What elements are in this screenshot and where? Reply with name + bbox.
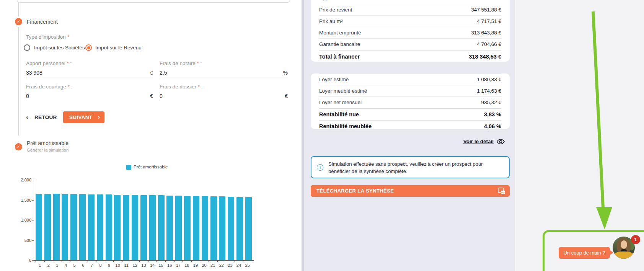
step-pret-label: Prêt amortissable [27, 140, 68, 146]
required-asterisk: * [67, 34, 69, 40]
bar [62, 194, 68, 260]
apport-personnel-field[interactable]: Apport personnel * : 33 908 € [26, 60, 153, 77]
table-row: Apport 33 908 € [319, 0, 501, 4]
y-tick-mark [32, 260, 34, 261]
bar [132, 195, 138, 260]
x-tick-mark [209, 261, 209, 262]
table-row: Prix de revient 347 551,88 € [319, 4, 501, 15]
x-tick-label: 7 [88, 263, 96, 268]
bar [114, 195, 121, 261]
frais-courtage-field[interactable]: Frais de courtage * : 0 € [26, 84, 153, 101]
frais-notaire-value[interactable]: 2,5 [160, 70, 167, 76]
avatar-face [621, 240, 627, 249]
table-row: Loyer meublé estimé 1 174,63 € [319, 85, 501, 96]
type-imposition-text: Type d'imposition [26, 34, 67, 40]
frais-notaire-field[interactable]: Frais de notaire * : 2,5 % [160, 60, 288, 77]
y-tick-mark [32, 220, 34, 220]
row-value: 4 704,66 € [477, 41, 501, 47]
download-synthesis-button[interactable]: TÉLÉCHARGER LA SYNTHÈSE PDF [311, 185, 510, 197]
x-tick-mark [252, 261, 252, 262]
x-tick-label: 5 [70, 263, 79, 268]
financement-check-icon: ✓ [15, 18, 22, 25]
voir-le-detail-link[interactable]: Voir le détail [463, 139, 505, 144]
bar [44, 194, 51, 260]
row-label: Rentabilité meublée [319, 123, 372, 129]
x-tick-label: 9 [105, 263, 114, 268]
legend-swatch [126, 165, 131, 170]
y-tick-label: 1,000 [15, 218, 31, 222]
bar [70, 194, 77, 260]
frais-dossier-field[interactable]: Frais de dossier * : 0 € [160, 84, 288, 101]
bar [210, 196, 217, 260]
row-value: 318 348,53 € [469, 54, 501, 60]
x-tick-label: 20 [200, 263, 209, 268]
x-tick-mark [243, 261, 243, 262]
row-value: 4,06 % [484, 123, 501, 129]
radio-impot-societes[interactable] [24, 44, 30, 51]
bar [202, 196, 208, 260]
bar [219, 196, 225, 260]
frais-courtage-value[interactable]: 0 [26, 93, 29, 99]
x-tick-label: 6 [79, 263, 88, 268]
x-tick-mark [113, 261, 114, 262]
field-underline [160, 77, 288, 77]
voir-le-detail-label: Voir le détail [463, 139, 494, 144]
bar [149, 195, 156, 260]
field-underline [160, 99, 288, 99]
x-tick-mark [217, 261, 218, 262]
row-value: 935,32 € [481, 100, 501, 105]
x-tick-mark [96, 261, 96, 262]
radio-impot-revenu-label: Impôt sur le Revenu [95, 45, 142, 51]
suivant-button[interactable]: SUIVANT › [63, 111, 104, 123]
x-tick-mark [148, 261, 148, 262]
info-icon: i [317, 164, 323, 171]
x-tick-label: 21 [209, 263, 217, 268]
frais-notaire-label: Frais de notaire * : [160, 60, 202, 66]
bar [97, 194, 103, 260]
x-tick-label: 17 [174, 263, 183, 268]
row-label: Loyer net mensuel [319, 100, 362, 105]
frais-notaire-suffix: % [283, 70, 288, 76]
info-message-text: Simulation effectuée sans prospect, veui… [328, 160, 502, 175]
y-axis-line [34, 180, 34, 260]
table-row: Rentabilité nue 3,83 % [319, 108, 501, 120]
x-tick-mark [191, 261, 192, 262]
bar [79, 194, 86, 260]
apport-personnel-value[interactable]: 33 908 [26, 70, 42, 76]
chat-help-bubble[interactable]: Un coup de main ? [559, 247, 610, 259]
radio-impot-revenu[interactable] [85, 44, 92, 51]
bar [158, 195, 165, 260]
row-label: Apport [319, 0, 334, 1]
x-tick-label: 16 [165, 263, 174, 268]
financing-form-panel: ✓ Financement Type d'imposition * Impôt … [0, 0, 302, 271]
download-synthesis-label: TÉLÉCHARGER LA SYNTHÈSE [316, 185, 394, 197]
table-row: Prix au m² 4 717,51 € [319, 15, 501, 27]
info-message-box: i Simulation effectuée sans prospect, ve… [311, 156, 510, 178]
table-row: Loyer estimé 1 080,83 € [319, 73, 501, 85]
row-label: Prix au m² [319, 18, 343, 24]
field-underline [26, 99, 153, 99]
frais-dossier-value[interactable]: 0 [160, 93, 163, 99]
table-row: Rentabilité meublée 4,06 % [319, 120, 501, 132]
x-tick-mark [44, 261, 45, 262]
x-tick-mark [62, 261, 62, 262]
bar [175, 196, 182, 260]
row-value: 313 643,88 € [471, 30, 501, 36]
financing-summary-card: Apport 33 908 € Prix de revient 347 551,… [311, 0, 510, 62]
row-label: Garantie bancaire [319, 41, 360, 47]
step-pret-sublabel: Générer la simulation [27, 148, 68, 152]
x-tick-mark [165, 261, 166, 262]
row-value: 3,83 % [484, 111, 501, 118]
y-tick-mark [32, 200, 34, 201]
apport-personnel-label: Apport personnel * : [26, 60, 72, 66]
x-tick-label: 3 [53, 263, 62, 268]
rent-summary-card: Loyer estimé 1 080,83 € Loyer meublé est… [311, 73, 510, 129]
x-tick-mark [36, 261, 36, 262]
x-tick-label: 4 [62, 263, 70, 268]
x-tick-label: 19 [191, 263, 200, 268]
helper-widget-area: Un coup de main ? 1 [515, 0, 644, 271]
bar [106, 194, 112, 260]
x-tick-label: 10 [113, 263, 122, 268]
bar [36, 194, 42, 261]
x-tick-mark [200, 261, 200, 262]
